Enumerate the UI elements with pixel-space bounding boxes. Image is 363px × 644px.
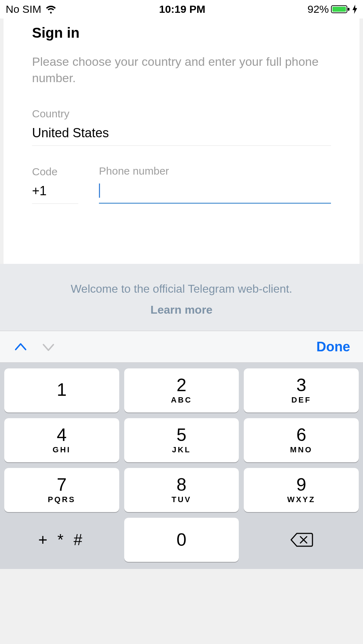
next-field-button[interactable]: [41, 339, 56, 355]
prev-field-button[interactable]: [13, 339, 28, 355]
country-field[interactable]: Country United States: [32, 108, 331, 146]
text-cursor: [99, 183, 100, 198]
phone-field: Phone number: [99, 165, 331, 204]
key-4[interactable]: 4GHI: [4, 418, 119, 462]
welcome-footer: Welcome to the official Telegram web-cli…: [0, 264, 363, 331]
key-8[interactable]: 8TUV: [124, 468, 239, 512]
wifi-icon: [45, 5, 57, 14]
key-2[interactable]: 2ABC: [124, 368, 239, 413]
charging-icon: [352, 5, 357, 14]
key-7[interactable]: 7PQRS: [4, 468, 119, 512]
numeric-keyboard: 1 2ABC 3DEF 4GHI 5JKL 6MNO 7PQRS 8TUV 9W…: [0, 363, 363, 569]
instructions-text: Please choose your country and enter you…: [32, 54, 331, 86]
page-title: Sign in: [32, 25, 331, 41]
battery-percent: 92%: [307, 3, 329, 15]
battery-icon: [331, 5, 350, 14]
country-label: Country: [32, 108, 331, 120]
phone-label: Phone number: [99, 165, 331, 177]
code-field[interactable]: Code +1: [32, 166, 78, 204]
phone-input[interactable]: [99, 183, 331, 204]
key-9[interactable]: 9WXYZ: [244, 468, 359, 512]
key-6[interactable]: 6MNO: [244, 418, 359, 462]
key-symbols[interactable]: + * #: [4, 518, 119, 562]
svg-rect-1: [332, 7, 346, 12]
status-right: 92%: [307, 3, 357, 15]
key-5[interactable]: 5JKL: [124, 418, 239, 462]
signin-card: Sign in Please choose your country and e…: [4, 18, 359, 264]
code-label: Code: [32, 166, 78, 178]
welcome-text: Welcome to the official Telegram web-cli…: [7, 282, 356, 296]
country-value: United States: [32, 126, 331, 145]
code-value: +1: [32, 183, 78, 204]
key-0[interactable]: 0: [124, 518, 239, 562]
key-backspace[interactable]: [244, 518, 359, 562]
key-1[interactable]: 1: [4, 368, 119, 413]
status-bar: No SIM 10:19 PM 92%: [0, 0, 363, 18]
status-left: No SIM: [6, 3, 57, 15]
key-3[interactable]: 3DEF: [244, 368, 359, 413]
carrier-text: No SIM: [6, 3, 41, 15]
learn-more-link[interactable]: Learn more: [7, 303, 356, 316]
keyboard-accessory: Done: [0, 331, 363, 363]
keyboard-done-button[interactable]: Done: [316, 339, 350, 355]
clock: 10:19 PM: [159, 3, 205, 15]
svg-rect-2: [348, 8, 349, 11]
